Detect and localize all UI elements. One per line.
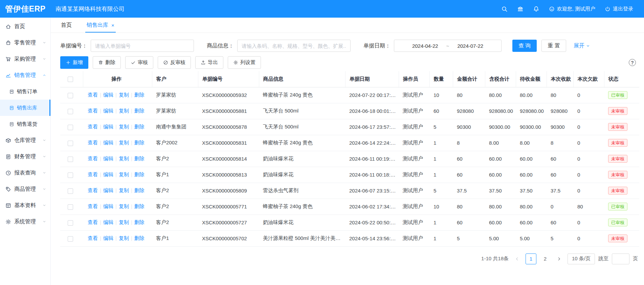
delete-link[interactable]: 删除	[134, 219, 145, 225]
delete-link[interactable]: 删除	[134, 171, 145, 177]
search-button[interactable]: 查 询	[512, 40, 537, 52]
view-link[interactable]: 查看	[88, 156, 98, 161]
chevron-left-icon	[515, 257, 519, 261]
copy-link[interactable]: 复制	[119, 92, 129, 98]
sidebar-item-sales-order[interactable]: 销售订单	[0, 83, 50, 100]
delete-button[interactable]: 删除	[93, 56, 121, 69]
edit-link[interactable]: 编辑	[103, 235, 113, 241]
delete-link[interactable]: 删除	[134, 124, 145, 129]
row-checkbox[interactable]	[68, 93, 73, 98]
sidebar-item-retail[interactable]: 零售管理	[0, 35, 50, 51]
tab-home[interactable]: 首页	[61, 18, 72, 33]
edit-link[interactable]: 编辑	[103, 92, 113, 98]
jump-page-input[interactable]	[612, 253, 629, 264]
edit-link[interactable]: 编辑	[103, 219, 113, 225]
delete-link[interactable]: 删除	[134, 140, 145, 145]
sidebar-item-sales[interactable]: 销售管理	[0, 67, 50, 83]
sidebar-item-purchase[interactable]: 采购管理	[0, 51, 50, 67]
reset-button[interactable]: 重 置	[541, 40, 566, 52]
export-button[interactable]: 导出	[195, 56, 223, 69]
tab-sales-outbound[interactable]: 销售出库 ×	[87, 18, 114, 33]
view-link[interactable]: 查看	[88, 187, 98, 193]
row-checkbox[interactable]	[68, 188, 73, 194]
sidebar-item-sales-outbound[interactable]: 销售出库	[0, 100, 50, 116]
help-icon[interactable]: ?	[629, 59, 636, 66]
edit-link[interactable]: 编辑	[103, 124, 113, 129]
close-icon[interactable]: ×	[111, 22, 114, 28]
add-button[interactable]: 新增	[60, 56, 88, 69]
copy-link[interactable]: 复制	[119, 235, 129, 241]
column-header-status: 状态	[604, 71, 639, 87]
sidebar-item-system[interactable]: 系统管理	[0, 213, 50, 230]
copy-link[interactable]: 复制	[119, 140, 129, 145]
sidebar-item-finance[interactable]: 财务管理	[0, 148, 50, 165]
view-link[interactable]: 查看	[88, 140, 98, 145]
delete-link[interactable]: 删除	[134, 108, 145, 114]
delete-link[interactable]: 删除	[134, 92, 145, 98]
expand-link[interactable]: 展开	[574, 42, 590, 49]
sidebar-item-goods[interactable]: 商品管理	[0, 181, 50, 197]
status-badge: 未审核	[608, 171, 627, 179]
view-link[interactable]: 查看	[88, 108, 98, 114]
copy-link[interactable]: 复制	[119, 108, 129, 114]
delete-link[interactable]: 删除	[134, 203, 145, 209]
home-icon[interactable]	[517, 6, 524, 12]
copy-link[interactable]: 复制	[119, 124, 129, 129]
sidebar-item-warehouse[interactable]: 仓库管理	[0, 132, 50, 148]
edit-link[interactable]: 编辑	[103, 156, 113, 161]
page-size-select[interactable]: 10 条/页	[568, 253, 595, 264]
view-link[interactable]: 查看	[88, 203, 98, 209]
column-settings-button[interactable]: 列设置	[228, 56, 261, 69]
edit-link[interactable]: 编辑	[103, 140, 113, 145]
bell-icon[interactable]	[533, 6, 539, 12]
view-link[interactable]: 查看	[88, 171, 98, 177]
next-page-button[interactable]	[554, 253, 564, 264]
status-cell: 未审核	[604, 183, 639, 199]
search-icon[interactable]	[501, 6, 508, 12]
row-checkbox[interactable]	[68, 220, 73, 226]
date-from-value[interactable]: 2024-04-22	[412, 43, 438, 49]
audit-button[interactable]: 审核	[125, 56, 153, 69]
copy-link[interactable]: 复制	[119, 203, 129, 209]
view-link[interactable]: 查看	[88, 92, 98, 98]
user-menu[interactable]: 欢迎您, 测试用户	[549, 6, 595, 12]
sidebar-item-basic-data[interactable]: 基本资料	[0, 197, 50, 213]
check-icon	[131, 60, 136, 65]
logout-button[interactable]: 退出登录	[605, 6, 633, 12]
page-button-2[interactable]: 2	[540, 253, 551, 264]
sidebar-item-home[interactable]: 首页	[0, 18, 50, 35]
chevron-up-icon	[42, 73, 46, 77]
date-to-value[interactable]: 2024-07-22	[457, 43, 483, 49]
date-range-picker[interactable]: 2024-04-22 ~ 2024-07-22	[394, 40, 502, 52]
order-no-cell: XSCK00000005727	[198, 215, 259, 230]
view-link[interactable]: 查看	[88, 124, 98, 129]
prev-page-button[interactable]	[512, 253, 522, 264]
unaudit-button[interactable]: 反审核	[158, 56, 191, 69]
edit-link[interactable]: 编辑	[103, 171, 113, 177]
delete-link[interactable]: 删除	[134, 235, 145, 241]
page-button-1[interactable]: 1	[526, 253, 536, 264]
sidebar-item-sales-return[interactable]: 销售退货	[0, 116, 50, 132]
row-checkbox[interactable]	[68, 141, 73, 146]
copy-link[interactable]: 复制	[119, 171, 129, 177]
row-checkbox[interactable]	[68, 125, 73, 130]
edit-link[interactable]: 编辑	[103, 203, 113, 209]
select-all-checkbox[interactable]	[68, 77, 73, 82]
edit-link[interactable]: 编辑	[103, 108, 113, 114]
row-checkbox[interactable]	[68, 109, 73, 114]
order-no-input[interactable]	[91, 40, 194, 52]
row-checkbox[interactable]	[68, 172, 73, 178]
delete-link[interactable]: 删除	[134, 156, 145, 161]
row-checkbox[interactable]	[68, 236, 73, 242]
row-checkbox[interactable]	[68, 204, 73, 210]
copy-link[interactable]: 复制	[119, 187, 129, 193]
delete-link[interactable]: 删除	[134, 187, 145, 193]
row-checkbox[interactable]	[68, 157, 73, 162]
copy-link[interactable]: 复制	[119, 156, 129, 161]
product-info-input[interactable]	[237, 40, 351, 52]
view-link[interactable]: 查看	[88, 219, 98, 225]
copy-link[interactable]: 复制	[119, 219, 129, 225]
sidebar-item-report[interactable]: 报表查询	[0, 165, 50, 181]
edit-link[interactable]: 编辑	[103, 187, 113, 193]
view-link[interactable]: 查看	[88, 235, 98, 241]
